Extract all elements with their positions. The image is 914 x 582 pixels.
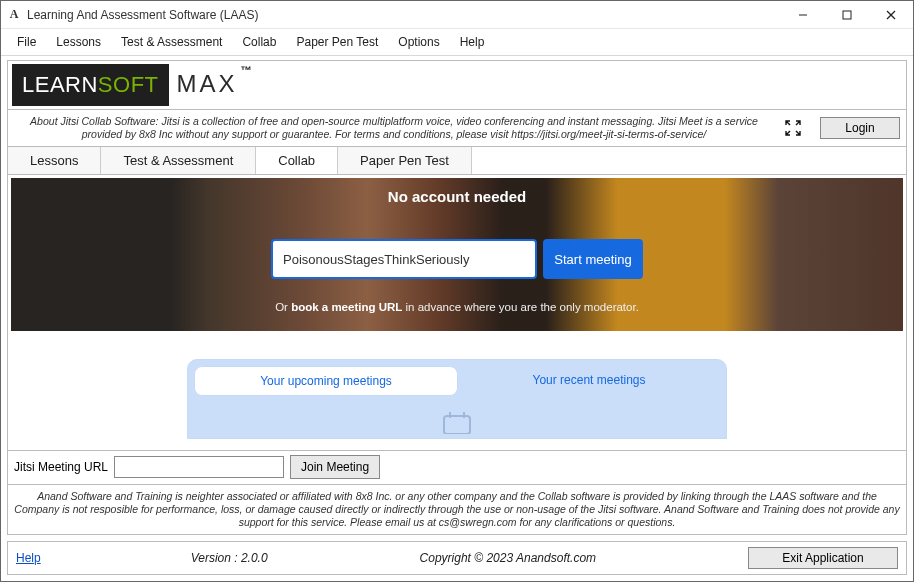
jitsi-tagline: No account needed bbox=[388, 188, 526, 205]
book-meeting-text: Or book a meeting URL in advance where y… bbox=[275, 301, 639, 313]
menu-file[interactable]: File bbox=[7, 31, 46, 53]
menu-options[interactable]: Options bbox=[388, 31, 449, 53]
tab-collab[interactable]: Collab bbox=[256, 146, 338, 174]
room-row: Start meeting bbox=[271, 239, 643, 279]
logo-row: LEARNSOFT MAX ™ bbox=[7, 60, 907, 109]
jitsi-embed: No account needed Start meeting Or book … bbox=[11, 178, 903, 446]
close-button[interactable] bbox=[869, 1, 913, 28]
meetings-panel: Your upcoming meetings Your recent meeti… bbox=[187, 359, 727, 439]
window-title: Learning And Assessment Software (LAAS) bbox=[27, 8, 781, 22]
svg-rect-1 bbox=[843, 11, 851, 19]
trademark-icon: ™ bbox=[241, 64, 252, 76]
tab-lessons[interactable]: Lessons bbox=[8, 147, 101, 174]
menu-lessons[interactable]: Lessons bbox=[46, 31, 111, 53]
start-meeting-button[interactable]: Start meeting bbox=[543, 239, 643, 279]
calendar-icon bbox=[440, 410, 474, 434]
window-controls bbox=[781, 1, 913, 28]
expand-icon[interactable] bbox=[784, 119, 802, 137]
menu-paper-pen-test[interactable]: Paper Pen Test bbox=[286, 31, 388, 53]
tab-paper-pen-test[interactable]: Paper Pen Test bbox=[338, 147, 472, 174]
footer: Help Version : 2.0.0 Copyright © 2023 An… bbox=[7, 541, 907, 575]
main-tabs: Lessons Test & Assessment Collab Paper P… bbox=[7, 147, 907, 174]
book-meeting-link[interactable]: book a meeting URL bbox=[291, 301, 402, 313]
svg-rect-4 bbox=[444, 416, 470, 434]
exit-application-button[interactable]: Exit Application bbox=[748, 547, 898, 569]
disclaimer-text: Anand Software and Training is neighter … bbox=[7, 485, 907, 535]
tab-upcoming-meetings[interactable]: Your upcoming meetings bbox=[194, 366, 458, 396]
login-button[interactable]: Login bbox=[820, 117, 900, 139]
version-text: Version : 2.0.0 bbox=[191, 551, 268, 565]
minimize-button[interactable] bbox=[781, 1, 825, 28]
meeting-url-label: Jitsi Meeting URL bbox=[14, 460, 108, 474]
jitsi-description: About Jitsi Collab Software: Jitsi is a … bbox=[14, 115, 774, 141]
menubar: File Lessons Test & Assessment Collab Pa… bbox=[1, 29, 913, 56]
meeting-url-input[interactable] bbox=[114, 456, 284, 478]
collab-content: No account needed Start meeting Or book … bbox=[7, 174, 907, 450]
copyright-text: Copyright © 2023 Anandsoft.com bbox=[268, 551, 748, 565]
menu-test-assessment[interactable]: Test & Assessment bbox=[111, 31, 232, 53]
app-icon: A bbox=[7, 8, 21, 22]
meeting-url-row: Jitsi Meeting URL Join Meeting bbox=[7, 450, 907, 485]
tab-test-assessment[interactable]: Test & Assessment bbox=[101, 147, 256, 174]
logo-max: MAX bbox=[177, 70, 238, 98]
logo-learnsoft: LEARNSOFT bbox=[12, 64, 169, 106]
description-row: About Jitsi Collab Software: Jitsi is a … bbox=[7, 109, 907, 147]
help-link[interactable]: Help bbox=[16, 551, 41, 565]
titlebar: A Learning And Assessment Software (LAAS… bbox=[1, 1, 913, 29]
jitsi-hero: No account needed Start meeting Or book … bbox=[11, 178, 903, 331]
join-meeting-button[interactable]: Join Meeting bbox=[290, 455, 380, 479]
room-name-input[interactable] bbox=[271, 239, 537, 279]
menu-collab[interactable]: Collab bbox=[232, 31, 286, 53]
menu-help[interactable]: Help bbox=[450, 31, 495, 53]
tab-recent-meetings[interactable]: Your recent meetings bbox=[458, 366, 720, 396]
maximize-button[interactable] bbox=[825, 1, 869, 28]
meetings-tabs: Your upcoming meetings Your recent meeti… bbox=[194, 366, 720, 396]
